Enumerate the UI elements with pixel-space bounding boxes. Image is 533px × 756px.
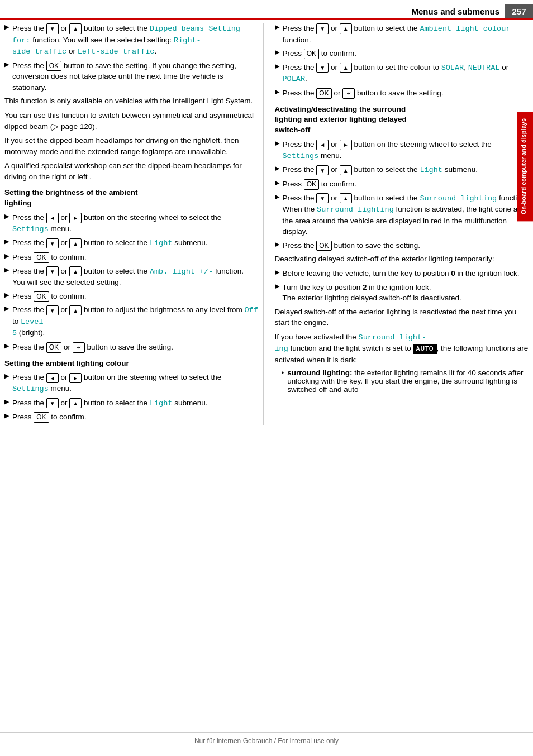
page-number: 257	[505, 4, 533, 18]
list-item: ▶ Press the or button on the steering wh…	[275, 139, 529, 161]
bullet-arrow-icon: ▶	[275, 140, 279, 147]
list-item: ▶ Press the or button to select the Ambi…	[275, 23, 529, 45]
left-side-text: Left-side traffic	[78, 47, 155, 56]
list-item: ▶ Press the or button to select the Ligh…	[275, 164, 529, 176]
bullet-arrow-icon: ▶	[275, 193, 279, 200]
left-column: ▶ Press the or button to select the Dipp…	[4, 23, 264, 425]
section-heading-colour: Setting the ambient lighting colour	[4, 358, 259, 369]
polar-text: POLAR	[283, 75, 306, 83]
section-heading-brightness: Setting the brightness of the ambientlig…	[4, 188, 259, 209]
ok-button: OK	[34, 252, 49, 262]
para-3: If you set the dipped-beam headlamps for…	[4, 135, 259, 157]
ambient-colour-text: Ambient light colour	[420, 25, 510, 33]
ok-button: OK	[304, 49, 319, 59]
bullet-arrow-icon: ▶	[275, 49, 279, 56]
up-button	[340, 193, 352, 203]
para-2: You can use this function to switch betw…	[4, 110, 259, 132]
light-text: Light	[150, 399, 173, 408]
settings-text: Settings	[12, 225, 49, 233]
bullet-arrow-icon: ▶	[4, 252, 9, 260]
surround-lighting-ref: Surround light-ing	[275, 333, 427, 353]
ok-button: OK	[34, 412, 49, 422]
list-item: ▶ Press OK to confirm.	[4, 291, 259, 302]
auto-badge: AUTO	[413, 344, 436, 355]
list-item: ▶ Press the or button to select the Surr…	[275, 193, 529, 237]
right-button	[340, 140, 352, 150]
settings-text: Settings	[12, 385, 49, 393]
bullet-arrow-icon: ▶	[275, 179, 279, 186]
list-item: ▶ Press the or button to select the Ligh…	[4, 237, 259, 249]
bullet-arrow-icon: ▶	[275, 241, 279, 248]
ok-button: OK	[34, 291, 49, 302]
para-deactivating: Deactivating delayed switch-off of the e…	[275, 253, 529, 265]
down-button	[316, 193, 329, 203]
list-item: ▶ Press the or button on the steering wh…	[4, 212, 259, 235]
list-item: ▶ Before leaving the vehicle, turn the k…	[275, 268, 529, 279]
bullet-arrow-icon: ▶	[4, 372, 9, 380]
bullet-arrow-icon: ▶	[275, 165, 279, 172]
bullet-arrow-icon: ▶	[4, 266, 9, 274]
settings-text: Settings	[283, 152, 319, 160]
list-item: ▶ Press the or button to set the colour …	[275, 62, 529, 85]
level5-text: Level5	[12, 318, 44, 338]
back-button	[342, 88, 355, 98]
down-button	[316, 23, 329, 34]
down-button	[46, 305, 59, 315]
bullet-arrow-icon: ▶	[4, 238, 9, 245]
light-text: Light	[150, 239, 173, 247]
off-text: Off	[244, 306, 258, 314]
ok-button: OK	[46, 342, 61, 352]
footer: Nur für internen Gebrauch / For internal…	[0, 732, 533, 745]
surround-lighting-text2: Surround lighting	[317, 205, 394, 214]
bullet-arrow-icon: ▶	[4, 61, 9, 68]
list-item: ▶ Press the OK or button to save the set…	[4, 342, 259, 353]
main-content: ▶ Press the or button to select the Dipp…	[0, 23, 533, 425]
bullet-arrow-icon: ▶	[275, 23, 279, 31]
header-title: Menus and submenus	[0, 7, 505, 16]
up-button	[340, 63, 352, 73]
light-text: Light	[420, 166, 442, 174]
ok-button: OK	[304, 179, 319, 189]
bullet-dot-icon: •	[282, 369, 284, 377]
list-item: ▶ Press the OK button to save the settin…	[4, 60, 259, 93]
up-button	[69, 398, 82, 408]
left-button	[316, 140, 329, 150]
right-button	[69, 373, 82, 383]
section-heading-surround: Activating/deactivating the surroundligh…	[275, 104, 529, 136]
list-item: ▶ Press OK to confirm.	[4, 252, 259, 263]
down-button	[46, 23, 59, 34]
up-button	[340, 165, 352, 175]
para-4: A qualified specialist workshop can set …	[4, 160, 259, 182]
list-item: ▶ Turn the key to position 2 in the igni…	[275, 282, 529, 304]
list-item: ▶ Press the or button to select the Amb.…	[4, 266, 259, 288]
list-item: ▶ Press OK to confirm.	[4, 412, 259, 423]
para-surround: If you have activated the Surround light…	[275, 332, 529, 366]
down-button	[46, 266, 59, 276]
footer-text: Nur für internen Gebrauch / For internal…	[194, 737, 339, 745]
bullet-arrow-icon: ▶	[4, 412, 9, 419]
chapter-tab: On-board computer and displays	[517, 112, 533, 221]
up-button	[340, 23, 352, 34]
bullet-arrow-icon: ▶	[275, 269, 279, 276]
right-column: ▶ Press the or button to select the Ambi…	[273, 23, 529, 425]
neutral-text: NEUTRAL	[468, 64, 500, 72]
list-item: ▶ Press the OK or button to save the set…	[275, 88, 529, 99]
list-item: ▶ Press OK to confirm.	[275, 48, 529, 59]
up-button	[69, 305, 82, 315]
solar-text: SOLAR	[441, 64, 464, 72]
bullet-arrow-icon: ▶	[4, 23, 9, 31]
bullet-arrow-icon: ▶	[275, 63, 279, 70]
list-item: ▶ Press the or button to adjust the brig…	[4, 304, 259, 339]
para-reactivated: Delayed switch-off of the exterior light…	[275, 307, 529, 328]
down-button	[316, 165, 329, 175]
bullet-arrow-icon: ▶	[4, 291, 9, 299]
bullet-arrow-icon: ▶	[4, 342, 9, 350]
down-button	[316, 63, 329, 73]
list-item: ▶ Press OK to confirm.	[275, 179, 529, 190]
amb-light-text: Amb. light +/-	[150, 267, 213, 276]
list-item: • surround lighting: the exterior lighti…	[275, 369, 529, 394]
surround-lighting-text: Surround lighting	[420, 194, 497, 203]
down-button	[46, 398, 59, 408]
up-button	[69, 266, 82, 276]
list-item: ▶ Press the OK button to save the settin…	[275, 240, 529, 251]
